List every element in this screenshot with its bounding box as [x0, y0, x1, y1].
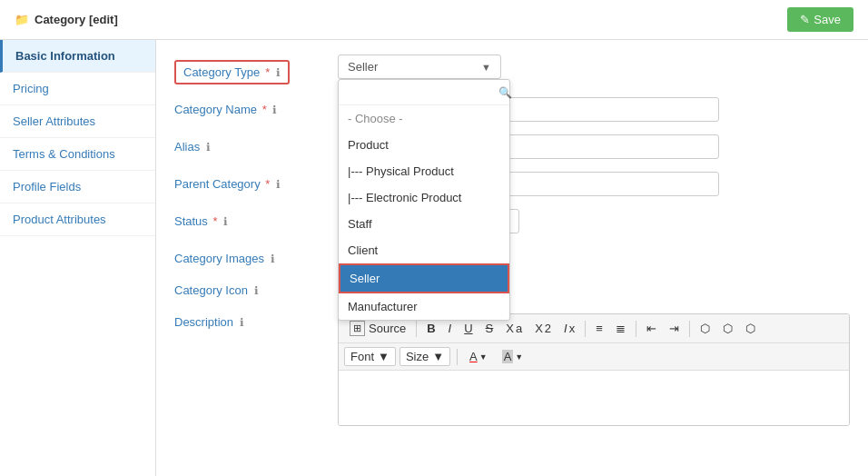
category-images-info-icon[interactable]: ℹ [271, 253, 275, 265]
rte-bold-button[interactable]: B [421, 319, 440, 338]
sidebar-item-seller-attributes[interactable]: Seller Attributes [0, 105, 155, 138]
dropdown-menu: 🔍 - Choose - Product |--- Physical Produ… [338, 79, 510, 321]
description-label: Description [174, 315, 233, 329]
content-area: Category Type * ℹ Seller ▼ 🔍 - Choose - [156, 40, 868, 476]
status-label: Status [174, 214, 208, 228]
sidebar: Basic Information Pricing Seller Attribu… [0, 40, 156, 476]
category-name-info-icon[interactable]: ℹ [272, 104, 277, 116]
description-info-icon[interactable]: ℹ [240, 316, 244, 329]
size-chevron-icon: ▼ [432, 350, 444, 363]
dropdown-search-row: 🔍 [339, 80, 509, 105]
rte-separator-1 [416, 321, 417, 337]
category-type-label: Category Type [183, 65, 260, 79]
rte-font-dropdown[interactable]: Font ▼ [344, 347, 396, 366]
rte-aligncenter-button[interactable]: ⬡ [717, 319, 738, 338]
rte-separator-5 [457, 349, 458, 365]
parent-category-label: Parent Category [174, 177, 261, 191]
rte-underline-label: U [464, 322, 472, 335]
category-icon-info-icon[interactable]: ℹ [254, 284, 259, 297]
description-label-wrapper: Description ℹ [174, 310, 320, 329]
rte-orderedlist-button[interactable]: ≡ [590, 319, 608, 338]
rte-removeformat-button[interactable]: Ix [558, 319, 580, 338]
rte-italic-button[interactable]: I [443, 319, 458, 338]
category-name-required: * [262, 103, 267, 116]
title-text: Category [edit] [35, 13, 118, 26]
sidebar-item-pricing[interactable]: Pricing [0, 73, 155, 105]
alias-label: Alias [174, 140, 200, 154]
rte-separator-3 [636, 321, 636, 337]
dropdown-item-physical-product[interactable]: |--- Physical Product [339, 158, 509, 184]
parent-category-info-icon[interactable]: ℹ [276, 178, 281, 191]
rte-strikethrough-label: S [486, 322, 494, 335]
dropdown-item-client[interactable]: Client [339, 237, 509, 263]
rte-font-label: Font [350, 350, 374, 363]
parent-category-required: * [265, 177, 270, 191]
rich-text-editor: ⊞ Source B I U [338, 313, 850, 426]
rte-toolbar-row2: Font ▼ Size ▼ A ▼ A [339, 343, 849, 371]
dropdown-item-choose[interactable]: - Choose - [339, 105, 509, 132]
rte-source-button[interactable]: ⊞ Source [344, 318, 411, 339]
category-images-label-wrapper: Category Images ℹ [174, 246, 320, 265]
category-type-dropdown-trigger[interactable]: Seller ▼ [338, 55, 501, 79]
status-row: Status * ℹ [174, 209, 850, 233]
category-name-label-wrapper: Category Name * ℹ [174, 97, 320, 116]
rte-subscript-button[interactable]: Xa [500, 319, 528, 338]
rte-alignright-button[interactable]: ⬡ [740, 319, 761, 338]
title-icon: 📁 [15, 13, 29, 26]
fontcolor-arrow-icon: ▼ [479, 352, 488, 362]
rte-separator-4 [689, 321, 690, 337]
rte-outdent-button[interactable]: ⇤ [641, 319, 662, 338]
category-icon-label-wrapper: Category Icon ℹ [174, 278, 320, 297]
rte-body[interactable] [339, 371, 849, 425]
rte-bgcolor-button[interactable]: A ▼ [497, 347, 529, 366]
rte-superscript-button[interactable]: X2 [529, 319, 557, 338]
rte-size-dropdown[interactable]: Size ▼ [399, 347, 450, 366]
category-type-label-wrapper: Category Type * ℹ [174, 55, 320, 84]
rte-indent-button[interactable]: ⇥ [664, 319, 685, 338]
save-icon: ✎ [800, 13, 810, 26]
chevron-down-icon: ▼ [481, 62, 491, 73]
status-label-wrapper: Status * ℹ [174, 209, 320, 228]
parent-category-row: Parent Category * ℹ [174, 172, 850, 196]
dropdown-item-seller[interactable]: Seller [339, 263, 509, 293]
rte-italic-label: I [449, 322, 452, 335]
rte-underline-button[interactable]: U [459, 319, 478, 338]
save-label: Save [814, 13, 841, 26]
dropdown-item-electronic-product[interactable]: |--- Electronic Product [339, 184, 509, 211]
category-name-label: Category Name [174, 103, 257, 116]
sidebar-item-product-attributes[interactable]: Product Attributes [0, 203, 155, 236]
category-icon-row: Category Icon ℹ [174, 278, 850, 297]
dropdown-item-staff[interactable]: Staff [339, 211, 509, 237]
rte-unorderedlist-button[interactable]: ≣ [610, 319, 631, 338]
save-button[interactable]: ✎ Save [787, 7, 853, 32]
rte-fontcolor-button[interactable]: A ▼ [464, 347, 493, 366]
category-type-info-icon[interactable]: ℹ [276, 66, 281, 79]
rte-source-label: Source [369, 322, 406, 335]
sidebar-item-terms-conditions[interactable]: Terms & Conditions [0, 138, 155, 171]
category-type-box: Category Type * ℹ [174, 60, 290, 84]
category-images-label: Category Images [174, 252, 264, 265]
alias-info-icon[interactable]: ℹ [206, 141, 211, 154]
sidebar-item-profile-fields[interactable]: Profile Fields [0, 171, 155, 203]
category-images-row: Category Images ℹ [174, 246, 850, 265]
dropdown-item-product[interactable]: Product [339, 132, 509, 158]
description-row: Description ℹ ⊞ Source B [174, 310, 850, 426]
search-icon: 🔍 [498, 86, 512, 99]
dropdown-item-manufacturer[interactable]: Manufacturer [339, 293, 509, 320]
dropdown-wrapper: Seller ▼ 🔍 - Choose - Product |-- [338, 55, 501, 79]
status-info-icon[interactable]: ℹ [223, 215, 228, 228]
category-name-row: Category Name * ℹ [174, 97, 850, 122]
rte-bold-label: B [427, 322, 435, 335]
dropdown-search-input[interactable] [346, 85, 498, 99]
source-icon: ⊞ [350, 321, 365, 336]
page-header: 📁 Category [edit] ✎ Save [0, 0, 868, 40]
rte-size-label: Size [406, 350, 429, 363]
page-title: 📁 Category [edit] [15, 13, 118, 26]
category-type-required: * [265, 65, 270, 79]
sidebar-item-basic-information[interactable]: Basic Information [0, 40, 155, 73]
status-required: * [212, 214, 217, 228]
category-icon-label: Category Icon [174, 283, 248, 297]
alias-row: Alias ℹ [174, 134, 850, 159]
rte-strikethrough-button[interactable]: S [480, 319, 499, 338]
rte-alignleft-button[interactable]: ⬡ [695, 319, 715, 338]
